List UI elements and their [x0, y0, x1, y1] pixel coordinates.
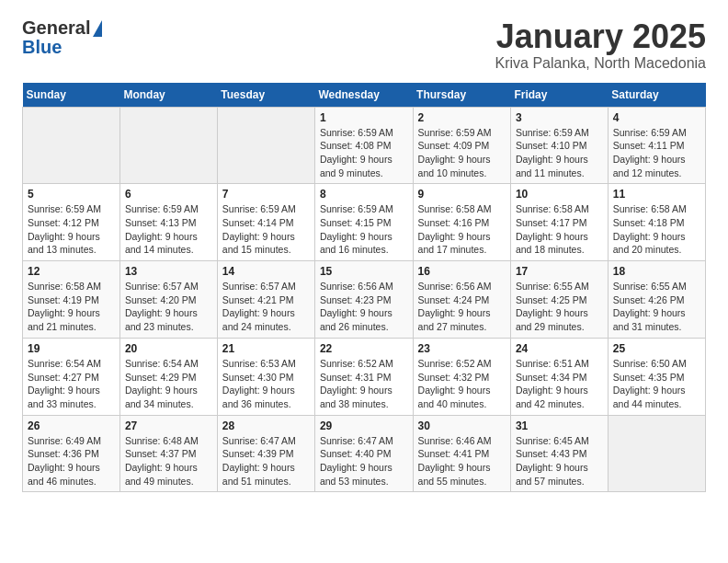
day-number: 17 [516, 265, 603, 278]
day-number: 4 [613, 111, 700, 124]
day-number: 21 [222, 342, 310, 355]
day-number: 11 [613, 188, 700, 201]
day-number: 22 [320, 342, 408, 355]
day-number: 6 [125, 188, 212, 201]
calendar-header-row: SundayMondayTuesdayWednesdayThursdayFrid… [23, 83, 706, 108]
calendar-cell: 17Sunrise: 6:55 AM Sunset: 4:25 PM Dayli… [510, 261, 608, 339]
day-info: Sunrise: 6:47 AM Sunset: 4:40 PM Dayligh… [320, 434, 408, 488]
calendar-table: SundayMondayTuesdayWednesdayThursdayFrid… [22, 83, 706, 493]
calendar-cell: 7Sunrise: 6:59 AM Sunset: 4:14 PM Daylig… [217, 184, 314, 261]
calendar-cell: 4Sunrise: 6:59 AM Sunset: 4:11 PM Daylig… [608, 107, 705, 184]
day-info: Sunrise: 6:59 AM Sunset: 4:08 PM Dayligh… [320, 126, 408, 180]
calendar-cell: 25Sunrise: 6:50 AM Sunset: 4:35 PM Dayli… [608, 338, 705, 415]
day-info: Sunrise: 6:46 AM Sunset: 4:41 PM Dayligh… [418, 434, 506, 488]
calendar-week-row: 26Sunrise: 6:49 AM Sunset: 4:36 PM Dayli… [23, 415, 706, 492]
day-info: Sunrise: 6:49 AM Sunset: 4:36 PM Dayligh… [28, 434, 115, 488]
calendar-cell [608, 415, 705, 492]
day-info: Sunrise: 6:56 AM Sunset: 4:24 PM Dayligh… [418, 280, 506, 334]
calendar-cell: 14Sunrise: 6:57 AM Sunset: 4:21 PM Dayli… [217, 261, 314, 339]
calendar-cell: 13Sunrise: 6:57 AM Sunset: 4:20 PM Dayli… [119, 261, 217, 339]
weekday-header: Saturday [608, 83, 705, 108]
calendar-cell: 30Sunrise: 6:46 AM Sunset: 4:41 PM Dayli… [413, 415, 510, 492]
calendar-cell: 16Sunrise: 6:56 AM Sunset: 4:24 PM Dayli… [413, 261, 510, 339]
day-info: Sunrise: 6:54 AM Sunset: 4:27 PM Dayligh… [28, 357, 115, 411]
day-number: 29 [320, 419, 408, 432]
weekday-header: Sunday [23, 83, 120, 108]
weekday-header: Friday [510, 83, 608, 108]
calendar-cell: 23Sunrise: 6:52 AM Sunset: 4:32 PM Dayli… [413, 338, 510, 415]
weekday-header: Tuesday [217, 83, 314, 108]
day-number: 25 [613, 342, 700, 355]
day-info: Sunrise: 6:45 AM Sunset: 4:43 PM Dayligh… [516, 434, 603, 488]
calendar-cell: 5Sunrise: 6:59 AM Sunset: 4:12 PM Daylig… [23, 184, 120, 261]
calendar-week-row: 1Sunrise: 6:59 AM Sunset: 4:08 PM Daylig… [23, 107, 706, 184]
location-subtitle: Kriva Palanka, North Macedonia [495, 55, 706, 72]
calendar-week-row: 19Sunrise: 6:54 AM Sunset: 4:27 PM Dayli… [23, 338, 706, 415]
day-info: Sunrise: 6:54 AM Sunset: 4:29 PM Dayligh… [125, 357, 212, 411]
day-info: Sunrise: 6:59 AM Sunset: 4:10 PM Dayligh… [516, 126, 603, 180]
day-number: 5 [28, 188, 115, 201]
calendar-cell: 26Sunrise: 6:49 AM Sunset: 4:36 PM Dayli… [23, 415, 120, 492]
day-number: 19 [28, 342, 115, 355]
day-number: 20 [125, 342, 212, 355]
day-number: 9 [418, 188, 506, 201]
weekday-header: Thursday [413, 83, 510, 108]
day-info: Sunrise: 6:55 AM Sunset: 4:25 PM Dayligh… [516, 280, 603, 334]
logo-triangle-icon [93, 20, 102, 37]
day-info: Sunrise: 6:58 AM Sunset: 4:19 PM Dayligh… [28, 280, 115, 334]
calendar-cell: 3Sunrise: 6:59 AM Sunset: 4:10 PM Daylig… [510, 107, 608, 184]
day-info: Sunrise: 6:48 AM Sunset: 4:37 PM Dayligh… [125, 434, 212, 488]
page-header: General Blue January 2025 Kriva Palanka,… [22, 18, 706, 72]
calendar-cell: 18Sunrise: 6:55 AM Sunset: 4:26 PM Dayli… [608, 261, 705, 339]
calendar-cell: 24Sunrise: 6:51 AM Sunset: 4:34 PM Dayli… [510, 338, 608, 415]
calendar-cell: 21Sunrise: 6:53 AM Sunset: 4:30 PM Dayli… [217, 338, 314, 415]
calendar-cell: 31Sunrise: 6:45 AM Sunset: 4:43 PM Dayli… [510, 415, 608, 492]
day-info: Sunrise: 6:59 AM Sunset: 4:13 PM Dayligh… [125, 202, 212, 257]
day-info: Sunrise: 6:47 AM Sunset: 4:39 PM Dayligh… [222, 434, 310, 488]
day-number: 2 [418, 111, 506, 124]
day-number: 18 [613, 265, 700, 278]
day-number: 27 [125, 419, 212, 432]
calendar-cell: 29Sunrise: 6:47 AM Sunset: 4:40 PM Dayli… [314, 415, 413, 492]
calendar-cell: 6Sunrise: 6:59 AM Sunset: 4:13 PM Daylig… [119, 184, 217, 261]
day-info: Sunrise: 6:59 AM Sunset: 4:11 PM Dayligh… [613, 126, 700, 180]
day-info: Sunrise: 6:59 AM Sunset: 4:12 PM Dayligh… [28, 202, 115, 257]
calendar-cell: 22Sunrise: 6:52 AM Sunset: 4:31 PM Dayli… [314, 338, 413, 415]
day-info: Sunrise: 6:59 AM Sunset: 4:15 PM Dayligh… [320, 202, 408, 257]
day-number: 16 [418, 265, 506, 278]
day-number: 28 [222, 419, 310, 432]
day-info: Sunrise: 6:58 AM Sunset: 4:18 PM Dayligh… [613, 202, 700, 257]
calendar-cell: 15Sunrise: 6:56 AM Sunset: 4:23 PM Dayli… [314, 261, 413, 339]
day-info: Sunrise: 6:57 AM Sunset: 4:20 PM Dayligh… [125, 280, 212, 334]
title-block: January 2025 Kriva Palanka, North Macedo… [495, 18, 706, 72]
day-info: Sunrise: 6:59 AM Sunset: 4:09 PM Dayligh… [418, 126, 506, 180]
day-info: Sunrise: 6:51 AM Sunset: 4:34 PM Dayligh… [516, 357, 603, 411]
calendar-cell [119, 107, 217, 184]
day-number: 23 [418, 342, 506, 355]
logo-blue-text: Blue [22, 37, 62, 58]
calendar-week-row: 12Sunrise: 6:58 AM Sunset: 4:19 PM Dayli… [23, 261, 706, 339]
calendar-cell: 2Sunrise: 6:59 AM Sunset: 4:09 PM Daylig… [413, 107, 510, 184]
day-info: Sunrise: 6:55 AM Sunset: 4:26 PM Dayligh… [613, 280, 700, 334]
calendar-cell: 1Sunrise: 6:59 AM Sunset: 4:08 PM Daylig… [314, 107, 413, 184]
day-info: Sunrise: 6:56 AM Sunset: 4:23 PM Dayligh… [320, 280, 408, 334]
day-info: Sunrise: 6:59 AM Sunset: 4:14 PM Dayligh… [222, 202, 310, 257]
calendar-cell: 19Sunrise: 6:54 AM Sunset: 4:27 PM Dayli… [23, 338, 120, 415]
calendar-cell: 27Sunrise: 6:48 AM Sunset: 4:37 PM Dayli… [119, 415, 217, 492]
calendar-cell: 12Sunrise: 6:58 AM Sunset: 4:19 PM Dayli… [23, 261, 120, 339]
day-info: Sunrise: 6:50 AM Sunset: 4:35 PM Dayligh… [613, 357, 700, 411]
calendar-cell: 20Sunrise: 6:54 AM Sunset: 4:29 PM Dayli… [119, 338, 217, 415]
day-number: 8 [320, 188, 408, 201]
month-title: January 2025 [495, 18, 706, 55]
logo: General Blue [22, 18, 102, 58]
calendar-week-row: 5Sunrise: 6:59 AM Sunset: 4:12 PM Daylig… [23, 184, 706, 261]
calendar-cell [23, 107, 120, 184]
calendar-cell: 11Sunrise: 6:58 AM Sunset: 4:18 PM Dayli… [608, 184, 705, 261]
calendar-cell [217, 107, 314, 184]
day-number: 15 [320, 265, 408, 278]
day-number: 24 [516, 342, 603, 355]
day-number: 31 [516, 419, 603, 432]
logo-general-text: General [22, 18, 90, 37]
day-number: 10 [516, 188, 603, 201]
day-number: 1 [320, 111, 408, 124]
